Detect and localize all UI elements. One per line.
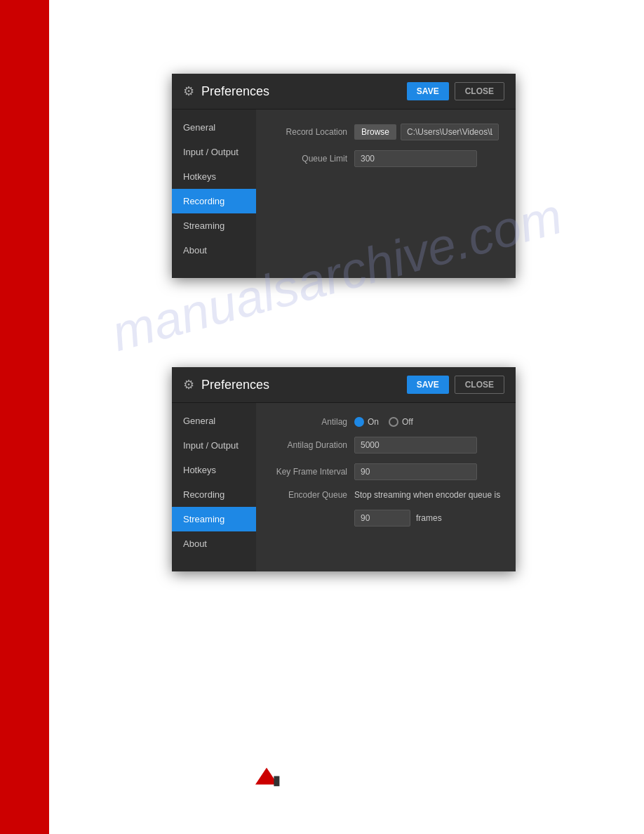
antilag-duration-row: Antilag Duration (270, 437, 502, 454)
sidebar-item-recording-2[interactable]: Recording (172, 482, 256, 507)
record-location-label: Record Location (270, 127, 347, 137)
antilag-duration-label: Antilag Duration (270, 440, 347, 450)
antilag-off-label: Off (402, 417, 413, 427)
antilag-on-radio[interactable] (354, 417, 364, 427)
encoder-queue-text: Stop streaming when encoder queue is (354, 490, 500, 500)
key-frame-label: Key Frame Interval (270, 467, 347, 477)
sidebar-item-streaming-1[interactable]: Streaming (172, 213, 256, 238)
antilag-duration-input[interactable] (354, 437, 477, 454)
sidebar-nav-2: General Input / Output Hotkeys Recording… (172, 403, 256, 571)
encoder-queue-row: Encoder Queue Stop streaming when encode… (270, 490, 502, 500)
svg-rect-1 (274, 776, 279, 786)
sidebar-nav-1: General Input / Output Hotkeys Recording… (172, 110, 256, 278)
gear-icon-2: ⚙ (183, 377, 194, 392)
antilag-on-option[interactable]: On (354, 417, 379, 427)
sidebar-item-streaming-2[interactable]: Streaming (172, 507, 256, 531)
queue-limit-label: Queue Limit (270, 154, 347, 164)
preferences-dialog-streaming: ⚙ Preferences SAVE CLOSE General Input /… (172, 367, 516, 571)
sidebar-item-hotkeys-2[interactable]: Hotkeys (172, 458, 256, 482)
dialog-header-buttons-2: SAVE CLOSE (407, 376, 504, 394)
sidebar-item-general-1[interactable]: General (172, 115, 256, 140)
dialog-title-1: Preferences (201, 84, 269, 99)
dialog-header-buttons-1: SAVE CLOSE (407, 82, 504, 100)
antilag-label: Antilag (270, 417, 347, 427)
dialog-title-2: Preferences (201, 378, 269, 392)
antilag-on-label: On (368, 417, 379, 427)
sidebar-item-recording-1[interactable]: Recording (172, 189, 256, 213)
gear-icon-1: ⚙ (183, 84, 194, 99)
content-area-1: Record Location Browse Queue Limit (256, 110, 516, 278)
frames-row: frames (354, 510, 502, 527)
close-button-2[interactable]: CLOSE (455, 376, 504, 394)
antilag-row: Antilag On Off (270, 417, 502, 427)
key-frame-row: Key Frame Interval (270, 463, 502, 480)
dialog-header-left-1: ⚙ Preferences (183, 84, 269, 99)
sidebar-item-input-output-1[interactable]: Input / Output (172, 140, 256, 164)
antilag-off-option[interactable]: Off (389, 417, 413, 427)
sidebar-item-about-2[interactable]: About (172, 531, 256, 556)
dialog-body-1: General Input / Output Hotkeys Recording… (172, 110, 516, 278)
record-location-row: Record Location Browse (270, 124, 502, 140)
path-input[interactable] (401, 124, 499, 140)
preferences-dialog-recording: ⚙ Preferences SAVE CLOSE General Input /… (172, 74, 516, 278)
dialog-header-2: ⚙ Preferences SAVE CLOSE (172, 367, 516, 403)
queue-limit-input[interactable] (354, 150, 477, 167)
dialog-header-left-2: ⚙ Preferences (183, 377, 269, 392)
bottom-logo (253, 764, 288, 792)
browse-button[interactable]: Browse (354, 124, 396, 140)
logo-svg (253, 764, 281, 788)
left-sidebar (0, 0, 49, 834)
sidebar-item-input-output-2[interactable]: Input / Output (172, 433, 256, 458)
content-area-2: Antilag On Off Antilag Duration (256, 403, 516, 571)
save-button-1[interactable]: SAVE (407, 82, 449, 100)
sidebar-item-general-2[interactable]: General (172, 409, 256, 433)
dialog-header-1: ⚙ Preferences SAVE CLOSE (172, 74, 516, 110)
dialog-body-2: General Input / Output Hotkeys Recording… (172, 403, 516, 571)
frames-input[interactable] (354, 510, 410, 527)
frames-label: frames (416, 513, 442, 523)
sidebar-item-about-1[interactable]: About (172, 238, 256, 263)
encoder-queue-label: Encoder Queue (270, 490, 347, 500)
antilag-radio-group: On Off (354, 417, 413, 427)
save-button-2[interactable]: SAVE (407, 376, 449, 394)
sidebar-item-hotkeys-1[interactable]: Hotkeys (172, 164, 256, 189)
antilag-off-radio[interactable] (389, 417, 398, 427)
key-frame-input[interactable] (354, 463, 477, 480)
close-button-1[interactable]: CLOSE (455, 82, 504, 100)
queue-limit-row: Queue Limit (270, 150, 502, 167)
